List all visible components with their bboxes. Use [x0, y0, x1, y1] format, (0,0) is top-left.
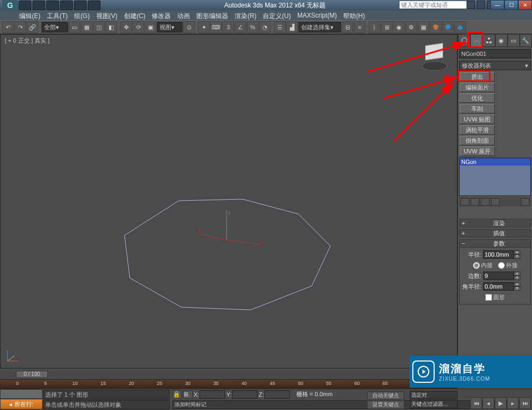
circumscribed-radio[interactable] — [498, 262, 505, 269]
undo-button[interactable]: ↶ — [2, 21, 14, 33]
menu-edit[interactable]: 编辑(E) — [16, 11, 44, 20]
coord-z-input[interactable] — [264, 390, 290, 399]
render-button[interactable] — [430, 21, 442, 33]
link-button[interactable]: 🔗 — [27, 21, 38, 33]
scale-button[interactable]: ▣ — [145, 21, 156, 33]
ngon-shape[interactable] — [120, 193, 344, 321]
viewport-label[interactable]: [ + 0 正交 ] 真实 ] — [5, 37, 49, 45]
spinner-up[interactable]: ▲ — [514, 282, 520, 286]
tab-motion[interactable]: ◉ — [495, 34, 508, 47]
select-name-button[interactable]: ▦ — [81, 21, 93, 33]
modifier-list-dropdown[interactable]: 修改器列表▾ — [459, 61, 531, 70]
coord-y-input[interactable] — [232, 390, 257, 399]
viewcube[interactable] — [420, 42, 450, 72]
rotate-button[interactable]: ⟳ — [132, 21, 144, 33]
qat-button[interactable] — [74, 1, 87, 10]
spinner-down[interactable]: ▼ — [514, 276, 520, 280]
show-result-button[interactable] — [471, 198, 479, 206]
percent-snap-button[interactable]: % — [247, 21, 259, 33]
menu-animation[interactable]: 动画 — [174, 11, 193, 20]
inscribed-radio[interactable] — [473, 262, 480, 269]
menu-grapheditor[interactable]: 图形编辑器 — [193, 11, 231, 20]
render-frame-button[interactable]: ▦ — [418, 21, 429, 33]
modifier-extrude-button[interactable]: 挤出 — [460, 72, 495, 81]
tab-utilities[interactable]: 🔧 — [520, 34, 532, 47]
help-search-input[interactable] — [399, 1, 473, 9]
named-selection-dropdown[interactable]: 创建选择集 ▾ — [298, 22, 341, 32]
qat-button[interactable] — [46, 1, 59, 10]
timeline-ruler[interactable]: 0 5 10 15 20 25 30 35 40 45 50 55 60 65 … — [0, 379, 458, 389]
curve-editor-button[interactable]: ⦚ — [369, 21, 380, 33]
rollout-interp-header[interactable]: +插值 — [459, 229, 531, 237]
pivot-button[interactable]: ⊙ — [183, 21, 195, 33]
tab-create[interactable] — [458, 34, 470, 47]
sides-input[interactable] — [483, 272, 514, 280]
qat-button[interactable] — [88, 1, 101, 10]
teapot-icon[interactable] — [454, 21, 466, 33]
menu-customize[interactable]: 自定义(U) — [260, 11, 294, 20]
modifier-stack[interactable]: NGon — [459, 158, 531, 196]
render-prod-button[interactable] — [442, 21, 454, 33]
keyfilter-dropdown[interactable]: 选定对 — [410, 391, 458, 399]
modifier-turbosmooth-button[interactable]: 涡轮平滑 — [460, 125, 495, 135]
menu-create[interactable]: 创建(C) — [121, 11, 149, 20]
rollout-params-header[interactable]: −参数 — [459, 239, 531, 248]
goto-start-button[interactable]: ⏮ — [470, 397, 482, 409]
sel-lock-icon[interactable]: ⊞ — [183, 390, 193, 399]
spinner-snap-button[interactable]: ◔ — [259, 21, 271, 33]
selection-filter-dropdown[interactable]: 全部 ▾ — [41, 22, 68, 32]
schematic-button[interactable]: ⊞ — [381, 21, 393, 33]
modifier-bevelprofile-button[interactable]: 倒角剖面 — [460, 136, 495, 145]
radius-input[interactable] — [483, 250, 514, 259]
autokey-button[interactable]: 自动关键点 — [367, 391, 404, 400]
prev-frame-button[interactable]: ◂ — [483, 397, 494, 409]
tab-display[interactable]: ▭ — [508, 34, 520, 47]
goto-end-button[interactable]: ⏭ — [519, 397, 531, 409]
object-name-input[interactable] — [459, 49, 531, 59]
maxscript-line-button[interactable]: ◂ 所在行: — [0, 399, 43, 409]
rollout-render-header[interactable]: +渲染 — [459, 219, 531, 227]
viewport-perspective[interactable]: [ + 0 正交 ] 真实 ] z x y — [0, 34, 458, 368]
manipulate-button[interactable]: ✦ — [198, 21, 210, 33]
time-slider[interactable]: 0 / 100 — [0, 370, 458, 379]
infocenter-icon[interactable] — [477, 1, 485, 9]
layers-button[interactable]: ≡ — [354, 21, 365, 33]
menu-modifiers[interactable]: 修改器 — [148, 11, 174, 20]
refcoord-dropdown[interactable]: 视图 ▾ — [157, 22, 182, 32]
qat-button[interactable] — [32, 1, 45, 10]
move-button[interactable]: ✥ — [120, 21, 132, 33]
menu-tools[interactable]: 工具(T) — [44, 11, 71, 20]
mini-listener[interactable] — [0, 389, 43, 399]
spinner-up[interactable]: ▲ — [514, 272, 520, 276]
material-editor-button[interactable]: ◉ — [393, 21, 405, 33]
render-setup-button[interactable]: ⚙ — [405, 21, 417, 33]
tab-modify[interactable] — [470, 34, 483, 47]
menu-group[interactable]: 组(G) — [71, 11, 93, 20]
menu-view[interactable]: 视图(V) — [93, 11, 121, 20]
qat-button[interactable] — [19, 1, 31, 10]
configure-sets-button[interactable] — [521, 198, 529, 206]
infocenter-icon[interactable] — [467, 1, 475, 9]
spinner-up[interactable]: ▲ — [514, 250, 520, 255]
next-frame-button[interactable]: ▸ — [507, 397, 519, 409]
snap-button[interactable]: 3 — [222, 21, 234, 33]
close-button[interactable]: ✕ — [518, 0, 532, 10]
align-button[interactable]: ⊟ — [342, 21, 353, 33]
setkey-button[interactable]: 设置关键点 — [367, 400, 404, 409]
mirror-button[interactable]: ▟ — [286, 21, 298, 33]
time-slider-knob[interactable]: 0 / 100 — [16, 371, 48, 378]
menu-render[interactable]: 渲染(R) — [231, 11, 260, 20]
keyboard-button[interactable]: ⌨ — [210, 21, 222, 33]
tab-hierarchy[interactable] — [483, 34, 495, 47]
maximize-button[interactable]: ☐ — [504, 0, 518, 10]
menu-help[interactable]: 帮助(H) — [340, 11, 368, 20]
select-region-button[interactable]: ◫ — [93, 21, 105, 33]
modifier-optimize-button[interactable]: 优化 — [460, 93, 495, 103]
play-button[interactable]: ▶ — [495, 397, 506, 409]
menu-maxscript[interactable]: MAXScript(M) — [294, 11, 340, 20]
spinner-down[interactable]: ▼ — [514, 286, 520, 291]
corner-input[interactable] — [483, 282, 514, 291]
make-unique-button[interactable] — [481, 198, 489, 206]
modifier-lathe-button[interactable]: 车削 — [460, 104, 495, 113]
qat-button[interactable] — [60, 1, 73, 10]
